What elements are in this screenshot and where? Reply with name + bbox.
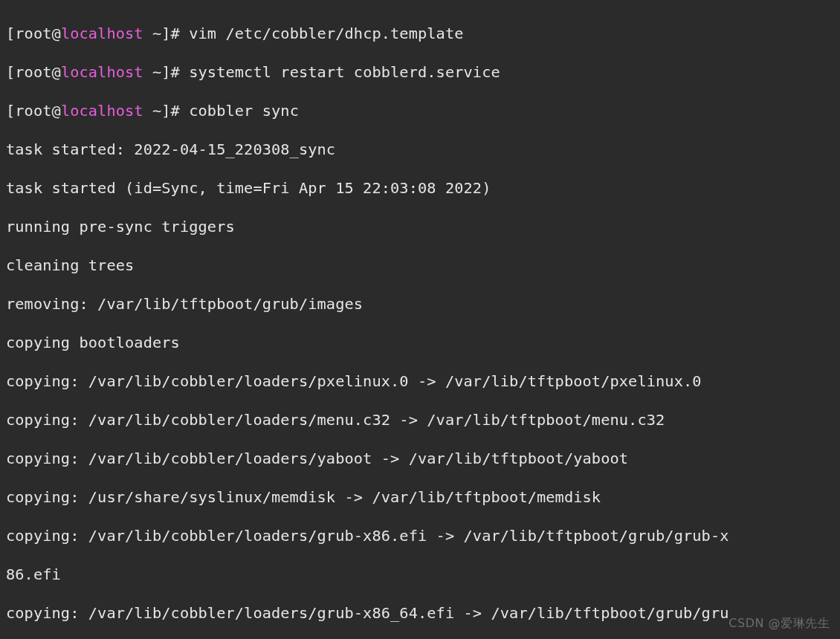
- prompt-host: localhost: [61, 63, 143, 81]
- prompt-at: @: [52, 63, 61, 81]
- output-line: copying: /var/lib/cobbler/loaders/pxelin…: [6, 372, 834, 391]
- prompt-line-3: [root@localhost ~]# cobbler sync: [6, 101, 834, 120]
- output-line: copying: /var/lib/cobbler/loaders/grub-x…: [6, 603, 834, 623]
- command-1: vim /etc/cobbler/dhcp.template: [189, 25, 463, 42]
- output-line: copying: /var/lib/cobbler/loaders/grub-x…: [6, 526, 834, 545]
- prompt-tail: ~]#: [143, 102, 190, 120]
- output-line: task started: 2022-04-15_220308_sync: [6, 140, 834, 159]
- prompt-line-2: [root@localhost ~]# systemctl restart co…: [6, 62, 834, 82]
- prompt-at: @: [52, 102, 61, 120]
- command-2: systemctl restart cobblerd.service: [189, 63, 500, 81]
- output-line: copying: /var/lib/cobbler/loaders/menu.c…: [6, 410, 834, 429]
- prompt-host: localhost: [61, 25, 143, 42]
- prompt-host: localhost: [61, 102, 143, 120]
- terminal-window[interactable]: [root@localhost ~]# vim /etc/cobbler/dhc…: [0, 0, 840, 639]
- bracket-open: [: [6, 102, 15, 120]
- output-line: cleaning trees: [6, 256, 834, 275]
- output-line: copying: /usr/share/syslinux/memdisk -> …: [6, 487, 834, 507]
- prompt-tail: ~]#: [143, 63, 190, 81]
- output-line: running pre-sync triggers: [6, 217, 834, 236]
- prompt-tail: ~]#: [143, 25, 190, 42]
- command-3: cobbler sync: [189, 102, 299, 120]
- output-line: copying: /var/lib/cobbler/loaders/yaboot…: [6, 449, 834, 468]
- prompt-at: @: [52, 25, 61, 42]
- prompt-user: root: [15, 63, 51, 81]
- bracket-open: [: [6, 63, 15, 81]
- output-line: 86.efi: [6, 565, 834, 584]
- output-line: copying bootloaders: [6, 333, 834, 352]
- output-line: task started (id=Sync, time=Fri Apr 15 2…: [6, 178, 834, 198]
- prompt-user: root: [15, 25, 51, 42]
- prompt-line-1: [root@localhost ~]# vim /etc/cobbler/dhc…: [6, 24, 834, 43]
- prompt-user: root: [15, 102, 51, 120]
- output-line: removing: /var/lib/tftpboot/grub/images: [6, 294, 834, 314]
- bracket-open: [: [6, 25, 15, 42]
